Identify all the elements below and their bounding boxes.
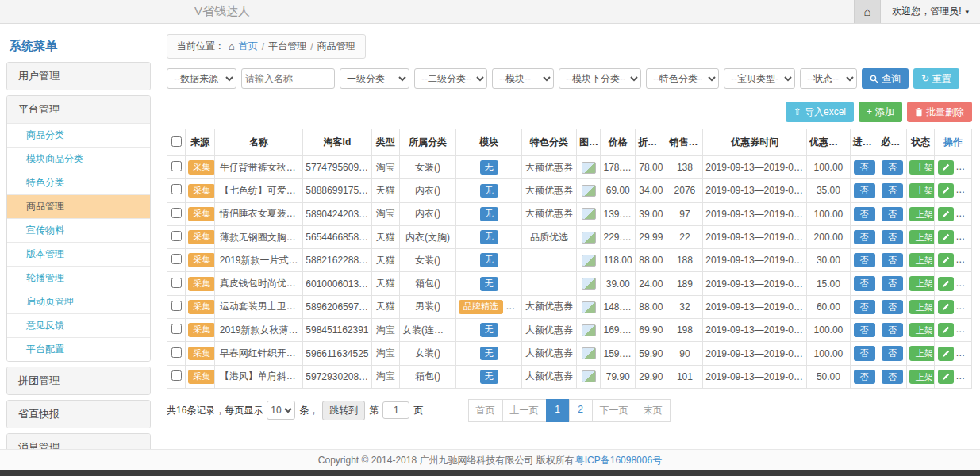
- edit-icon: [942, 256, 950, 264]
- breadcrumb-separator: /: [310, 41, 313, 52]
- module-filter[interactable]: --模块--: [492, 68, 554, 89]
- page-button-first[interactable]: 首页: [468, 399, 503, 422]
- edit-button[interactable]: [938, 207, 954, 221]
- sidebar-subitem-goods-category[interactable]: 商品分类: [7, 123, 150, 147]
- import-excel-button[interactable]: ⇧ 导入excel: [786, 102, 854, 122]
- page-button-page-2[interactable]: 2: [569, 399, 593, 422]
- import-select-toggle[interactable]: 否: [854, 160, 875, 175]
- page-button-last[interactable]: 末页: [636, 399, 671, 422]
- status-button[interactable]: 上架: [909, 346, 935, 360]
- must-buy-toggle[interactable]: 否: [882, 183, 903, 198]
- row-checkbox[interactable]: [171, 208, 182, 218]
- must-buy-toggle[interactable]: 否: [882, 323, 903, 337]
- select-all-checkbox[interactable]: [171, 136, 182, 147]
- must-buy-toggle[interactable]: 否: [882, 230, 903, 244]
- status-button[interactable]: 上架: [909, 230, 935, 244]
- import-select-toggle[interactable]: 否: [854, 276, 875, 290]
- sidebar-subitem-goods-management[interactable]: 商品管理: [7, 194, 150, 218]
- edit-button[interactable]: [938, 183, 954, 198]
- edit-button[interactable]: [938, 277, 954, 291]
- sidebar-item-users[interactable]: 用户管理: [7, 63, 150, 90]
- import-select-toggle[interactable]: 否: [854, 207, 875, 221]
- row-checkbox[interactable]: [171, 370, 182, 381]
- edit-button[interactable]: [938, 370, 954, 384]
- row-checkbox[interactable]: [171, 278, 182, 288]
- row-checkbox[interactable]: [171, 184, 182, 194]
- icp-link[interactable]: 粤ICP备16098006号: [575, 454, 662, 467]
- search-button[interactable]: 查询: [862, 68, 909, 89]
- import-select-toggle[interactable]: 否: [854, 323, 875, 337]
- status-button[interactable]: 上架: [909, 300, 935, 314]
- must-buy-toggle[interactable]: 否: [882, 346, 903, 360]
- status-button[interactable]: 上架: [909, 160, 935, 175]
- module-subcategory-filter[interactable]: --模块下分类--: [559, 68, 641, 89]
- page-button-page-1[interactable]: 1: [546, 399, 570, 422]
- import-select-toggle[interactable]: 否: [854, 346, 875, 360]
- level2-category-filter[interactable]: --二级分类--: [414, 68, 487, 89]
- must-buy-toggle[interactable]: 否: [882, 160, 903, 175]
- sidebar-subitem-splash-management[interactable]: 启动页管理: [7, 290, 150, 313]
- import-select-toggle[interactable]: 否: [854, 230, 875, 244]
- sidebar-subitem-carousel-management[interactable]: 轮播管理: [7, 266, 150, 290]
- status-button[interactable]: 上架: [909, 253, 935, 267]
- sales-count: 189: [667, 272, 703, 295]
- product-type-filter[interactable]: --宝贝类型--: [724, 68, 795, 89]
- module-cell: 无: [455, 272, 521, 295]
- must-buy-toggle[interactable]: 否: [882, 370, 903, 384]
- operations-cell: [935, 249, 972, 272]
- must-buy-toggle[interactable]: 否: [882, 207, 903, 221]
- row-checkbox[interactable]: [171, 301, 182, 311]
- page-size-select[interactable]: 10: [267, 401, 295, 420]
- row-checkbox[interactable]: [171, 347, 182, 358]
- sidebar-item-express[interactable]: 省直快报: [7, 401, 150, 428]
- sidebar-subitem-platform-config[interactable]: 平台配置: [7, 337, 150, 361]
- page-button-prev[interactable]: 上一页: [502, 399, 547, 422]
- breadcrumb-home-link[interactable]: 首页: [239, 40, 258, 53]
- row-checkbox[interactable]: [171, 161, 182, 171]
- import-select-toggle[interactable]: 否: [854, 300, 875, 314]
- edit-button[interactable]: [938, 253, 954, 267]
- status-button[interactable]: 上架: [909, 276, 935, 290]
- user-menu[interactable]: 欢迎您，管理员! ▾: [881, 5, 980, 18]
- page-number-input[interactable]: [382, 401, 409, 419]
- name-search-input[interactable]: [241, 68, 335, 89]
- row-checkbox[interactable]: [171, 324, 182, 334]
- jump-to-button[interactable]: 跳转到: [322, 401, 365, 420]
- coupon-amount: 200.00: [807, 225, 851, 248]
- must-buy-toggle[interactable]: 否: [882, 276, 903, 290]
- sidebar-subitem-promo-materials[interactable]: 宣传物料: [7, 218, 150, 242]
- edit-button[interactable]: [938, 230, 954, 244]
- feature-category-filter[interactable]: --特色分类--: [646, 68, 719, 89]
- taoke-id: 588869917501: [303, 179, 371, 202]
- sales-count: 101: [667, 365, 703, 388]
- status-button[interactable]: 上架: [909, 323, 935, 337]
- sidebar-item-group-buy[interactable]: 拼团管理: [7, 367, 150, 394]
- add-button[interactable]: + 添加: [859, 102, 902, 122]
- data-source-filter[interactable]: --数据来源--: [167, 68, 236, 89]
- must-buy-toggle[interactable]: 否: [882, 300, 903, 314]
- page-button-next[interactable]: 下一页: [592, 399, 636, 422]
- sidebar-subitem-feature-category[interactable]: 特色分类: [7, 171, 150, 194]
- status-button[interactable]: 上架: [909, 207, 935, 221]
- row-checkbox[interactable]: [171, 254, 182, 264]
- edit-button[interactable]: [938, 347, 954, 361]
- sidebar-subitem-version-management[interactable]: 版本管理: [7, 242, 150, 266]
- level1-category-filter[interactable]: 一级分类: [340, 68, 409, 89]
- batch-delete-button[interactable]: 批量删除: [907, 102, 972, 122]
- edit-button[interactable]: [938, 300, 954, 314]
- reset-button[interactable]: ↻ 重置: [913, 68, 959, 89]
- status-filter[interactable]: --状态--: [800, 68, 857, 89]
- sidebar-subitem-module-goods-category[interactable]: 模块商品分类: [7, 147, 150, 171]
- edit-button[interactable]: [938, 323, 954, 337]
- status-button[interactable]: 上架: [909, 370, 935, 384]
- sidebar-subitem-feedback[interactable]: 意见反馈: [7, 313, 150, 337]
- import-select-toggle[interactable]: 否: [854, 370, 875, 384]
- sidebar-item-platform[interactable]: 平台管理: [7, 96, 150, 123]
- row-checkbox[interactable]: [171, 231, 182, 241]
- edit-button[interactable]: [938, 160, 954, 175]
- status-button[interactable]: 上架: [909, 183, 935, 198]
- home-button[interactable]: ⌂: [854, 0, 881, 23]
- must-buy-toggle[interactable]: 否: [882, 253, 903, 267]
- import-select-toggle[interactable]: 否: [854, 253, 875, 267]
- import-select-toggle[interactable]: 否: [854, 183, 875, 198]
